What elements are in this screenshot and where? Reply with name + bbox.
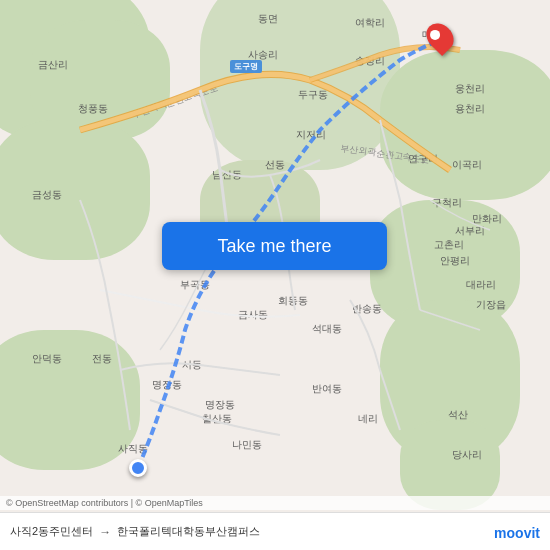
map-container: 부산외곽순환고속도로 부산외곽순환고속도로 도구명 동면 여학리 매학리 사송리… [0, 0, 550, 550]
moovit-logo: moovit [494, 524, 540, 542]
route-badge: 도구명 [230, 60, 262, 73]
map-attribution: © OpenStreetMap contributors | © OpenMap… [0, 496, 550, 510]
destination-marker [428, 22, 452, 52]
destination-label: 한국폴리텍대학동부산캠퍼스 [117, 524, 260, 539]
arrow-icon: → [99, 525, 111, 539]
bottom-navigation-bar: 사직2동주민센터 → 한국폴리텍대학동부산캠퍼스 moovit [0, 512, 550, 550]
attribution-text: © OpenStreetMap contributors | © OpenMap… [6, 498, 203, 508]
take-me-there-label: Take me there [217, 236, 331, 257]
origin-label: 사직2동주민센터 [10, 524, 93, 539]
take-me-there-button[interactable]: Take me there [162, 222, 387, 270]
origin-marker [129, 459, 147, 477]
moovit-brand-text: moovit [494, 525, 540, 541]
